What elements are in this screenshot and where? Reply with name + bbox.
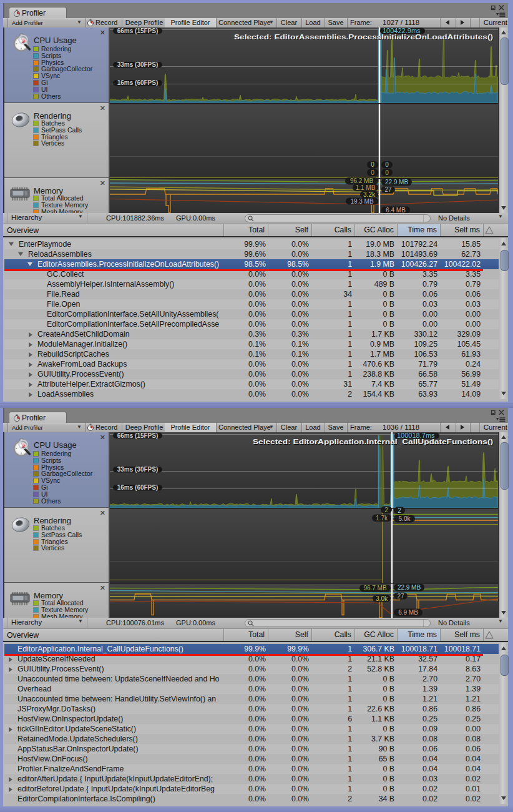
svg-text:0: 0 (371, 161, 374, 168)
svg-text:1.1 MB: 1.1 MB (356, 184, 376, 191)
svg-text:66ms (15FPS): 66ms (15FPS) (117, 27, 159, 34)
svg-text:33ms (30FPS): 33ms (30FPS) (117, 466, 159, 473)
svg-text:1.7k: 1.7k (376, 515, 388, 522)
svg-text:22.9 MB: 22.9 MB (398, 584, 421, 591)
svg-text:5.0k: 5.0k (399, 515, 411, 522)
svg-text:66ms (15FPS): 66ms (15FPS) (117, 432, 159, 439)
svg-text:33ms (30FPS): 33ms (30FPS) (117, 61, 159, 68)
svg-text:16ms (60FPS): 16ms (60FPS) (117, 79, 159, 86)
svg-text:3.0k: 3.0k (376, 595, 388, 602)
svg-text:3.2k: 3.2k (363, 191, 376, 198)
svg-text:96.7 MB: 96.7 MB (363, 585, 387, 592)
svg-text:2: 2 (384, 507, 388, 513)
svg-text:0: 0 (385, 169, 389, 176)
svg-text:2: 2 (398, 507, 401, 514)
svg-text:Selected: EditorAssemblies.Pro: Selected: EditorAssemblies.ProcessInitia… (234, 33, 493, 41)
svg-text:27: 27 (397, 593, 404, 600)
svg-text:27: 27 (384, 186, 392, 193)
svg-text:0: 0 (385, 161, 389, 168)
svg-text:0: 0 (371, 169, 374, 176)
svg-text:Selected: EditorApplication.In: Selected: EditorApplication.Internal_Cal… (253, 438, 493, 445)
svg-text:16ms (60FPS): 16ms (60FPS) (117, 484, 159, 491)
svg-text:22.9 MB: 22.9 MB (385, 179, 409, 186)
svg-text:6.9 MB: 6.9 MB (398, 609, 418, 616)
svg-text:6.4 MB: 6.4 MB (386, 207, 406, 213)
svg-text:96.2 MB: 96.2 MB (350, 177, 374, 184)
svg-text:19.3 MB: 19.3 MB (350, 198, 374, 205)
